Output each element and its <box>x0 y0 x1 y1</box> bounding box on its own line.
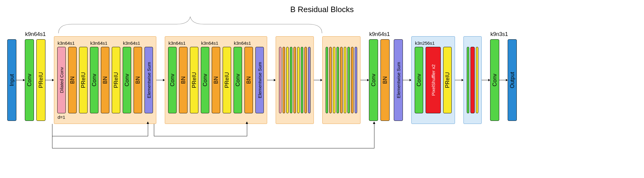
layer-label: PReIU <box>191 72 198 88</box>
output-layer: Output <box>508 39 517 121</box>
residual-block-1: k3n64s1 d=1 Dilated Conv BN PReIU k3n64s… <box>54 36 156 124</box>
bn-layer <box>329 47 332 113</box>
elementwise-sum-layer: Elementwise Sum <box>144 47 153 113</box>
residual-block-collapsed <box>322 36 360 124</box>
prelu-layer <box>344 47 346 113</box>
conv-label: k3n64s1 <box>234 40 251 46</box>
arrow <box>45 80 54 80</box>
prelu-layer: PReIU <box>443 47 452 113</box>
pixelshuffler-layer <box>470 47 475 113</box>
layer-label: PReIU <box>80 72 87 88</box>
conv-layer: k9n64s1 Conv <box>369 39 378 121</box>
conv-layer <box>290 47 292 113</box>
prelu-layer: PReIU <box>190 47 198 113</box>
prelu-layer: PReIU <box>79 47 88 113</box>
bn-layer <box>294 47 296 113</box>
conv-layer: k9n64s1 Conv <box>25 39 34 121</box>
bn-layer: BN <box>101 47 109 113</box>
layer-label: Conv <box>416 74 422 86</box>
conv-label: k3n256s1 <box>415 40 435 46</box>
layer-label: Conv <box>202 74 208 86</box>
architecture-diagram: Input k9n64s1 Conv PReIU k3n64s1 d=1 Dil… <box>7 36 517 124</box>
layer-label: PReIU <box>113 72 119 88</box>
arrow <box>482 80 490 80</box>
layer-label: Conv <box>124 74 130 86</box>
bn-layer <box>283 47 285 113</box>
bn-layer: BN <box>179 47 188 113</box>
arrow <box>267 80 276 80</box>
layer-label: PixelShuffler x2 <box>431 64 436 96</box>
layer-label: BN <box>69 76 76 84</box>
diagram-title: B Residual Blocks <box>290 5 354 14</box>
layer-label: Conv <box>370 74 377 86</box>
layer-label: PReIU <box>224 72 230 88</box>
bn-layer: BN <box>244 47 253 113</box>
elementwise-sum-layer <box>308 47 310 113</box>
prelu-layer <box>286 47 289 113</box>
layer-label: Elementwise Sum <box>257 62 262 98</box>
bn-layer <box>351 47 354 113</box>
residual-block-collapsed <box>276 36 314 124</box>
conv-layer <box>337 47 339 113</box>
layer-label: Conv <box>492 74 498 86</box>
conv-label: k3n64s1 <box>123 40 140 46</box>
layer-label: BN <box>180 76 187 84</box>
conv-layer <box>301 47 303 113</box>
layer-label: Elementwise Sum <box>146 62 151 98</box>
arrow <box>455 80 463 80</box>
prelu-layer: PReIU <box>112 47 120 113</box>
bn-layer: BN <box>68 47 77 113</box>
layer-label: Conv <box>26 74 33 86</box>
conv-layer: k3n64s1 Conv <box>168 47 177 113</box>
conv-label: k9n64s1 <box>369 31 390 37</box>
layer-label: BN <box>135 76 141 84</box>
elementwise-sum-layer: Elementwise Sum <box>255 47 264 113</box>
conv-layer: k3n64s1 Conv <box>123 47 131 113</box>
conv-layer: k3n64s1 Conv <box>90 47 98 113</box>
layer-label: Elementwise Sum <box>396 62 401 98</box>
bn-layer <box>340 47 343 113</box>
arrow <box>360 80 369 80</box>
arrow <box>16 80 25 80</box>
prelu-layer <box>476 47 478 113</box>
conv-label: k9n64s1 <box>25 31 46 37</box>
upsample-block-1: k3n256s1 Conv PixelShuffler x2 PReIU <box>411 36 455 124</box>
bn-layer: BN <box>380 39 390 121</box>
arrow <box>499 80 508 80</box>
layer-label: Conv <box>169 74 176 86</box>
input-layer: Input <box>7 39 16 121</box>
arrow <box>403 80 411 80</box>
skip-connection-global <box>52 124 374 148</box>
prelu-layer: PReIU <box>223 47 231 113</box>
elementwise-sum-layer <box>355 47 357 113</box>
dilated-conv-layer: k3n64s1 d=1 Dilated Conv <box>57 47 66 113</box>
layer-label: BN <box>382 76 388 84</box>
arrow <box>156 80 165 80</box>
layer-label: BN <box>213 76 219 84</box>
layer-label: PReIU <box>38 72 44 88</box>
bn-layer: BN <box>134 47 142 113</box>
prelu-layer <box>297 47 300 113</box>
layer-label: BN <box>246 76 252 84</box>
conv-layer: k3n256s1 Conv <box>415 47 423 113</box>
prelu-layer: PReIU <box>36 39 45 121</box>
layer-label: Conv <box>235 74 241 86</box>
bn-layer: BN <box>212 47 220 113</box>
conv-label: k3n64s1 <box>168 40 186 46</box>
conv-label: k3n64s1 <box>201 40 218 46</box>
dilation-label: d=1 <box>58 115 65 120</box>
layer-label: PReIU <box>444 72 451 88</box>
conv-label: k9n3s1 <box>490 31 508 37</box>
upsample-block-collapsed <box>463 36 482 124</box>
conv-label: k3n64s1 <box>90 40 108 46</box>
conv-label: k3n64s1 <box>58 40 75 46</box>
conv-layer: k3n64s1 Conv <box>234 47 242 113</box>
residual-block-2: k3n64s1 Conv BN PReIU k3n64s1 Conv BN PR… <box>165 36 267 124</box>
conv-layer: k9n3s1 Conv <box>490 39 499 121</box>
prelu-layer <box>333 47 335 113</box>
conv-layer: k3n64s1 Conv <box>201 47 209 113</box>
layer-label: Input <box>9 74 15 86</box>
elementwise-sum-layer: Elementwise Sum <box>394 39 403 121</box>
bn-layer <box>304 47 307 113</box>
conv-layer <box>326 47 328 113</box>
